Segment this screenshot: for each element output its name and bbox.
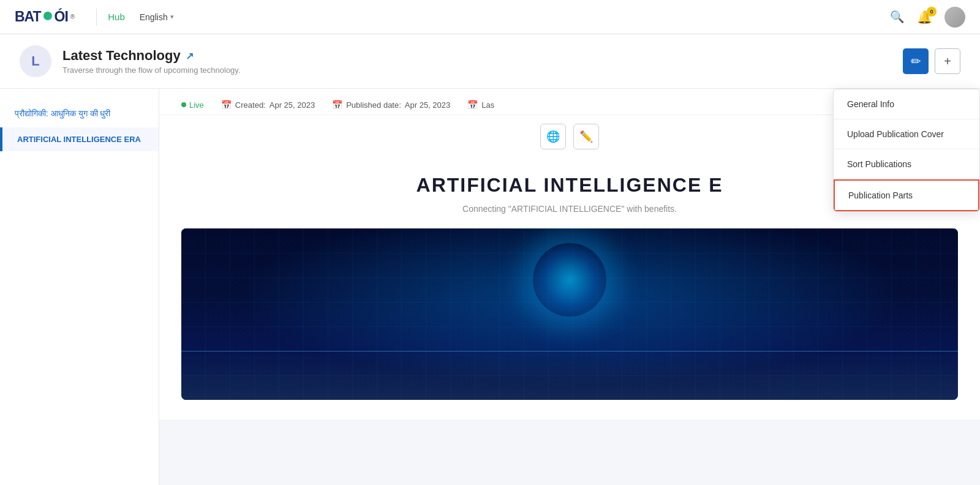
notification-badge: 0 bbox=[927, 7, 937, 17]
content-wrapper: Live 📅 Created: Apr 25, 2023 📅 Published… bbox=[159, 89, 980, 485]
city-silhouette bbox=[181, 351, 958, 400]
page-title-section: Latest Technology ↗ Traverse through the… bbox=[62, 48, 903, 75]
sidebar-item-ai-era[interactable]: ARTIFICIAL INTELLIGENCE ERA bbox=[0, 127, 159, 151]
notification-bell[interactable]: 🔔 0 bbox=[917, 10, 932, 24]
published-date-value: Apr 25, 2023 bbox=[405, 100, 450, 110]
calendar2-icon: 📅 bbox=[332, 100, 342, 110]
dropdown-item-publication-parts[interactable]: Publication Parts bbox=[834, 179, 979, 211]
avatar[interactable] bbox=[944, 7, 965, 28]
language-label: English bbox=[140, 12, 168, 22]
sidebar-item-hindi-label: प्रौद्योगिकी: आधुनिक युग की धुरी bbox=[15, 108, 110, 118]
calendar3-icon: 📅 bbox=[467, 100, 478, 110]
dropdown-item-general-info[interactable]: General Info bbox=[834, 89, 979, 119]
search-button[interactable]: 🔍 bbox=[890, 10, 905, 24]
hub-nav-link[interactable]: Hub bbox=[108, 12, 125, 22]
created-label: Created: bbox=[235, 100, 266, 110]
globe-action-button[interactable]: 🌐 bbox=[540, 124, 566, 149]
dropdown-item-upload-cover-label: Upload Publication Cover bbox=[847, 129, 944, 139]
add-button[interactable]: + bbox=[935, 48, 960, 74]
dropdown-item-sort-publications-label: Sort Publications bbox=[847, 159, 911, 169]
dropdown-menu: General Info Upload Publication Cover So… bbox=[833, 89, 980, 212]
logo-bat-text: BAT bbox=[15, 9, 41, 25]
external-link-icon[interactable]: ↗ bbox=[186, 50, 194, 62]
logo-circle-icon bbox=[43, 12, 52, 20]
dropdown-item-sort-publications[interactable]: Sort Publications bbox=[834, 149, 979, 179]
page-header: L Latest Technology ↗ Traverse through t… bbox=[0, 34, 980, 89]
calendar-icon: 📅 bbox=[221, 100, 232, 110]
created-date-value: Apr 25, 2023 bbox=[270, 100, 315, 110]
edit-icon: ✏ bbox=[911, 54, 921, 69]
avatar-image bbox=[944, 7, 965, 28]
sidebar-item-ai-era-label: ARTIFICIAL INTELLIGENCE ERA bbox=[17, 135, 141, 144]
page-subtitle: Traverse through the flow of upcoming te… bbox=[62, 66, 903, 75]
chevron-down-icon: ▾ bbox=[170, 13, 174, 21]
globe-glow bbox=[533, 243, 606, 317]
main-header: BAT ÓI ® Hub English ▾ 🔍 🔔 0 bbox=[0, 0, 980, 34]
page-title: Latest Technology ↗ bbox=[62, 48, 903, 64]
language-selector[interactable]: English ▾ bbox=[140, 12, 174, 22]
sidebar-item-hindi[interactable]: प्रौद्योगिकी: आधुनिक युग की धुरी bbox=[0, 101, 159, 127]
logo-oi-text: ÓI bbox=[55, 9, 68, 25]
header-right: 🔍 🔔 0 bbox=[890, 7, 965, 28]
pencil-action-button[interactable]: ✏️ bbox=[573, 124, 599, 149]
created-date-item: 📅 Created: Apr 25, 2023 bbox=[221, 100, 315, 110]
page-title-text: Latest Technology bbox=[62, 48, 181, 64]
published-date-item: 📅 Published date: Apr 25, 2023 bbox=[332, 100, 450, 110]
main-layout: प्रौद्योगिकी: आधुनिक युग की धुरी ARTIFIC… bbox=[0, 89, 980, 485]
page-avatar-letter: L bbox=[31, 53, 39, 69]
globe-icon: 🌐 bbox=[546, 130, 560, 143]
dropdown-item-upload-cover[interactable]: Upload Publication Cover bbox=[834, 119, 979, 149]
dropdown-item-publication-parts-label: Publication Parts bbox=[848, 190, 913, 200]
logo-trademark: ® bbox=[70, 13, 74, 20]
publication-cover-image bbox=[181, 228, 958, 400]
publication-status: Live bbox=[181, 100, 204, 110]
dropdown-item-general-info-label: General Info bbox=[847, 99, 894, 109]
search-icon: 🔍 bbox=[890, 10, 905, 23]
circuit-background bbox=[181, 228, 958, 400]
logo[interactable]: BAT ÓI ® bbox=[15, 9, 74, 25]
published-label: Published date: bbox=[346, 100, 401, 110]
sidebar: प्रौद्योगिकी: आधुनिक युग की धुरी ARTIFIC… bbox=[0, 89, 159, 485]
plus-icon: + bbox=[944, 55, 951, 69]
page-header-actions: ✏ + bbox=[903, 48, 960, 74]
status-label: Live bbox=[189, 100, 204, 110]
live-dot-icon bbox=[181, 102, 186, 107]
header-divider bbox=[96, 9, 97, 26]
edit-button[interactable]: ✏ bbox=[903, 48, 929, 74]
pencil-icon: ✏️ bbox=[579, 130, 593, 143]
last-modified-item: 📅 Las bbox=[467, 100, 494, 110]
last-modified-label: Las bbox=[481, 100, 494, 110]
page-avatar: L bbox=[20, 45, 51, 77]
